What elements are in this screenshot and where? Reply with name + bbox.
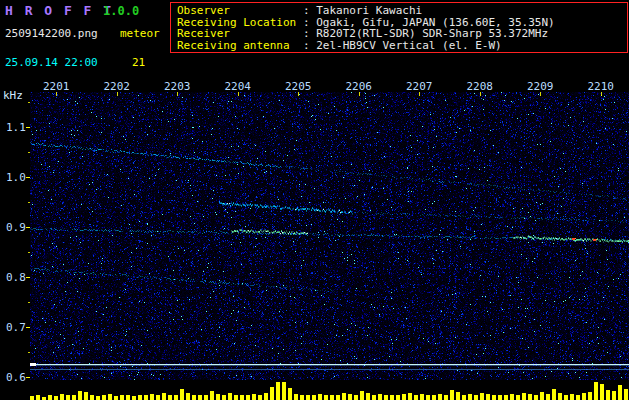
timestamp: 25.09.14 22:00 [5, 56, 98, 69]
hrofft-window: H R O F F T 1.0.0 2509142200.png meteor … [0, 0, 629, 400]
y-axis: kHz 1.11.00.90.80.70.6 [0, 78, 30, 400]
y-tick-label: 0.6 [6, 371, 26, 384]
info-row: Receiving antenna: 2el-HB9CV Vertical (e… [177, 40, 627, 52]
y-axis-unit: kHz [3, 89, 23, 102]
app-title: H R O F F T [5, 3, 113, 18]
spectrogram-canvas [30, 92, 629, 380]
info-colon: : [303, 39, 316, 52]
info-label: Receiver [177, 28, 303, 40]
echo-count: 21 [132, 56, 145, 69]
activity-bars-canvas [30, 381, 629, 400]
info-label: Observer [177, 5, 303, 17]
y-tick-label: 0.9 [6, 221, 26, 234]
y-tick-label: 0.7 [6, 321, 26, 334]
y-tick-label: 1.1 [6, 121, 26, 134]
y-tick-label: 0.8 [6, 271, 26, 284]
info-label: Receiving antenna [177, 40, 303, 52]
info-value: 2el-HB9CV Vertical (el. E-W) [316, 39, 501, 52]
station-info-panel: Observer: Takanori KawachiReceiving Loca… [170, 2, 628, 53]
app-version: 1.0.0 [103, 4, 139, 18]
y-tick-label: 1.0 [6, 171, 26, 184]
output-filename: 2509142200.png [5, 27, 98, 40]
mode-label: meteor [120, 27, 160, 40]
x-axis-labels: 2201220222032204220522062207220822092210 [0, 80, 629, 92]
